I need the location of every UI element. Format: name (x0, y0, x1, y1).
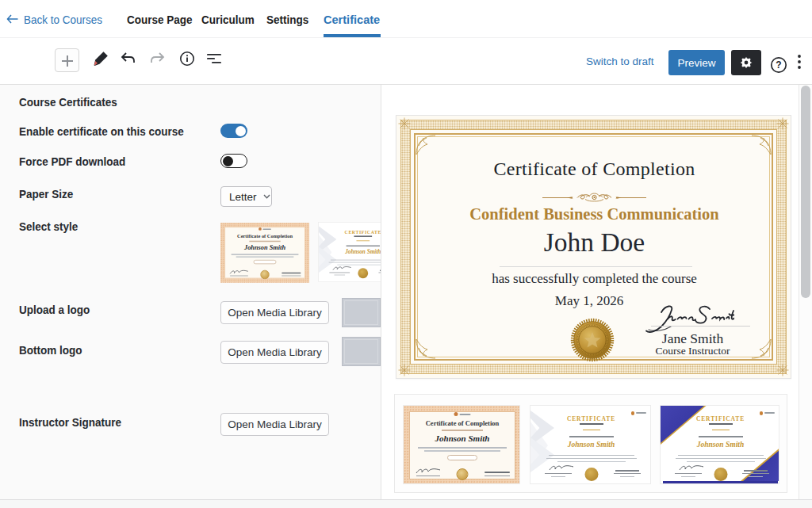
svg-text:?: ? (776, 59, 781, 71)
